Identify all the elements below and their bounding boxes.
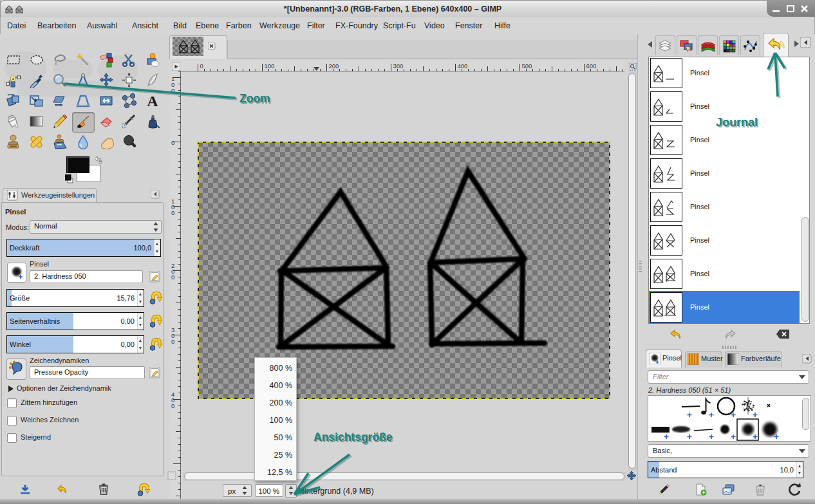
svg-text:400: 400 [458, 62, 468, 70]
svg-text:200: 200 [329, 62, 339, 70]
svg-text:0: 0 [171, 139, 174, 146]
svg-text:0: 0 [171, 338, 174, 345]
svg-text:500: 500 [522, 62, 532, 70]
svg-text:0: 0 [171, 87, 174, 94]
svg-text:0: 0 [171, 274, 174, 281]
svg-text:100: 100 [265, 62, 275, 70]
svg-text:0: 0 [200, 62, 203, 70]
svg-text:0: 0 [171, 402, 174, 409]
svg-text:300: 300 [393, 62, 404, 70]
svg-text:A: A [147, 93, 158, 109]
svg-text:0: 0 [171, 209, 174, 216]
svg-text:600: 600 [586, 62, 597, 70]
